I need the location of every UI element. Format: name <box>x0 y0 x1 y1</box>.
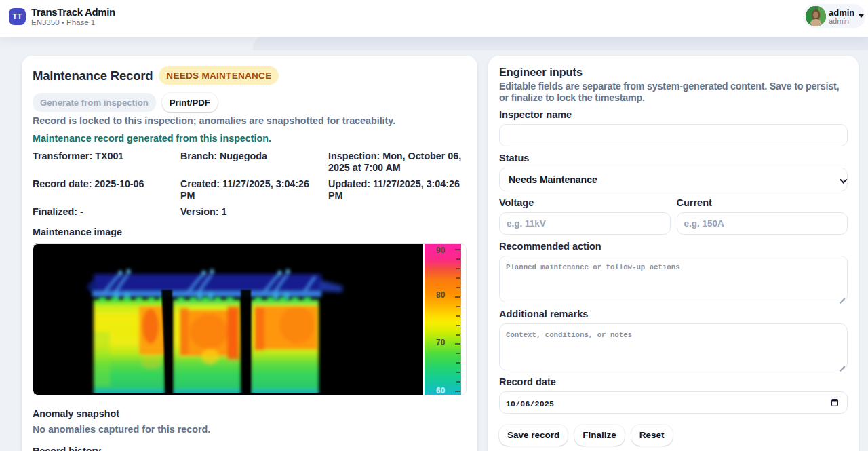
svg-text:60: 60 <box>436 386 446 395</box>
svg-text:90: 90 <box>436 246 446 255</box>
svg-text:80: 80 <box>436 290 446 300</box>
svg-text:70: 70 <box>436 338 446 347</box>
